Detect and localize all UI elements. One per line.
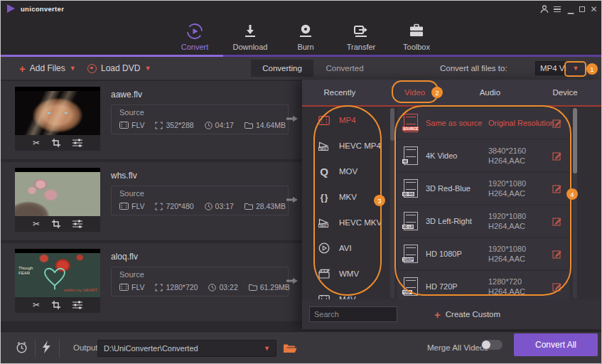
preset-row-same-as-source[interactable]: SOURCE Same as source Original Resolutio… [397, 107, 569, 139]
nav-tab-transfer[interactable]: Transfer [333, 18, 389, 55]
format-panel: Recently Video Audio Device MP4 HEVC HEV… [302, 80, 602, 329]
file-size: 61.29MB [260, 283, 290, 291]
add-files-caret-icon[interactable]: ▼ [70, 65, 76, 72]
preset-row-hd-1080p[interactable]: 1080P HD 1080P 1920*1080H264,AAC [397, 238, 569, 269]
add-files-label: Add Files [30, 63, 65, 73]
load-dvd-button[interactable]: Load DVD ▼ [87, 57, 151, 80]
nav-label-convert: Convert [181, 43, 209, 51]
edit-icon[interactable] [552, 282, 562, 291]
file-size: 14.64MB [256, 121, 286, 129]
tab-converting[interactable]: Converting [251, 60, 313, 77]
format-label: AVI [339, 244, 352, 252]
panel-tab-underline [302, 105, 602, 107]
crop-icon[interactable] [52, 139, 60, 147]
output-path-value: D:\UniConverter\Converted [104, 344, 198, 353]
search-input[interactable] [309, 306, 397, 322]
format-item-mp4[interactable]: MP4 [309, 107, 389, 133]
add-files-button[interactable]: + Add Files ▼ [19, 57, 76, 80]
minimize-button[interactable]: ▁ [565, 3, 576, 16]
account-icon[interactable] [538, 3, 551, 16]
app-title: uniconverter [21, 5, 64, 13]
tab-converted[interactable]: Converted [313, 60, 376, 77]
3d-lr-preset-icon: 3D LR [404, 212, 418, 230]
panel-tab-audio[interactable]: Audio [453, 80, 528, 105]
trim-icon[interactable]: ✂ [33, 139, 40, 147]
convert-all-button[interactable]: Convert All [514, 333, 598, 356]
format-label: HEVC MKV [339, 218, 382, 227]
duration-icon [208, 284, 216, 291]
nav-label-download: Download [233, 43, 268, 51]
file-resolution: 1280*720 [166, 283, 198, 291]
file-format: FLV [131, 283, 144, 291]
trim-icon[interactable]: ✂ [33, 220, 40, 228]
load-dvd-caret-icon[interactable]: ▼ [144, 65, 151, 72]
edit-icon[interactable] [552, 151, 562, 161]
format-item-hevc-mp4[interactable]: HEVC HEVC MP4 [309, 133, 389, 159]
merge-toggle[interactable] [481, 340, 502, 350]
preset-detail: 1920*1080H264,AAC [488, 244, 526, 264]
format-item-mov[interactable]: Q MOV [309, 159, 389, 184]
preset-row-4k[interactable]: 4K 4K Video 3840*2160H264,AAC [397, 140, 569, 171]
create-custom-button[interactable]: + Create Custom [434, 299, 500, 329]
file-name: aloq.flv [111, 252, 138, 262]
thumb-toolbar: ✂ [15, 135, 100, 151]
high-speed-icon[interactable] [43, 341, 50, 353]
burn-icon [296, 22, 315, 41]
panel-tab-device[interactable]: Device [527, 80, 602, 105]
file-row-3[interactable]: Though FEAR within my HEART ✂ aloq.flv S… [1, 243, 302, 321]
file-row-1[interactable]: ✂ aawe.flv Source FLV 352*288 04:17 14.6… [1, 81, 302, 159]
close-button[interactable]: ✕ [588, 3, 600, 16]
effects-icon[interactable] [72, 220, 82, 228]
nav-tab-toolbox[interactable]: Toolbox [389, 18, 444, 55]
format-item-avi[interactable]: AVI [309, 235, 389, 261]
format-item-wmv[interactable]: WMV [309, 261, 389, 287]
duration-icon [205, 203, 213, 210]
schedule-icon[interactable] [15, 341, 28, 354]
file-format: FLV [131, 121, 144, 129]
merge-all-videos-label: Merge All Videos [427, 343, 488, 352]
convert-arrow-icon [286, 196, 298, 203]
preset-name: HD 720P [426, 271, 458, 299]
heart-art [41, 264, 69, 290]
edit-icon[interactable] [552, 183, 562, 193]
preset-row-3d-left-right[interactable]: 3D LR 3D Left-Right 1920*1080H264,AAC [397, 205, 569, 237]
nav-tab-convert[interactable]: Convert [167, 18, 222, 55]
nav-tab-download[interactable]: Download [222, 18, 278, 55]
format-item-mkv[interactable]: { } MKV [309, 184, 389, 210]
format-list-scrollbar[interactable] [390, 108, 394, 299]
preset-name: 4K Video [426, 140, 457, 171]
preset-list-scrollbar[interactable] [573, 108, 577, 299]
effects-icon[interactable] [72, 139, 82, 147]
edit-icon[interactable] [552, 118, 562, 128]
preset-detail: 1920*1080H264,AAC [488, 178, 526, 198]
panel-tab-recently[interactable]: Recently [302, 80, 377, 105]
uniconverter-window: uniconverter ▁ ✕ Convert Download [0, 0, 602, 364]
file-name: whs.flv [111, 171, 137, 181]
format-item-hevc-mkv[interactable]: HEVC HEVC MKV [309, 210, 389, 235]
format-panel-tabs: Recently Video Audio Device [302, 80, 602, 105]
output-path-dropdown[interactable]: D:\UniConverter\Converted ▼ [97, 340, 276, 357]
chevron-down-icon: ▼ [264, 345, 270, 352]
panel-tab-video[interactable]: Video [377, 80, 453, 105]
crop-icon[interactable] [52, 301, 60, 309]
nav-tab-burn[interactable]: Burn [278, 18, 333, 55]
preset-name: HD 1080P [426, 238, 462, 269]
transfer-icon [352, 22, 370, 41]
trim-icon[interactable]: ✂ [33, 301, 40, 309]
crop-icon[interactable] [52, 220, 60, 228]
video-thumbnail-1: ✂ [15, 87, 100, 151]
format-item-m4v[interactable]: M4V [309, 287, 389, 299]
file-row-2[interactable]: ✂ whs.flv Source FLV 720*480 03:17 28.43… [1, 162, 302, 240]
source-label: Source [119, 189, 144, 198]
target-format-dropdown-button[interactable]: ▼ [566, 61, 585, 75]
preset-row-3d-red-blue[interactable]: 3D RB 3D Red-Blue 1920*1080H264,AAC [397, 173, 569, 204]
preset-detail: Original Resolution [488, 107, 554, 139]
maximize-button[interactable] [576, 3, 588, 16]
menu-icon[interactable] [551, 3, 564, 16]
preset-row-hd-720p[interactable]: 720P HD 720P 1280*720H264,AAC [397, 271, 569, 299]
open-folder-icon[interactable] [283, 343, 297, 354]
edit-icon[interactable] [552, 249, 562, 259]
edit-icon[interactable] [552, 216, 562, 226]
effects-icon[interactable] [72, 301, 82, 309]
nav-label-toolbox: Toolbox [403, 43, 430, 51]
